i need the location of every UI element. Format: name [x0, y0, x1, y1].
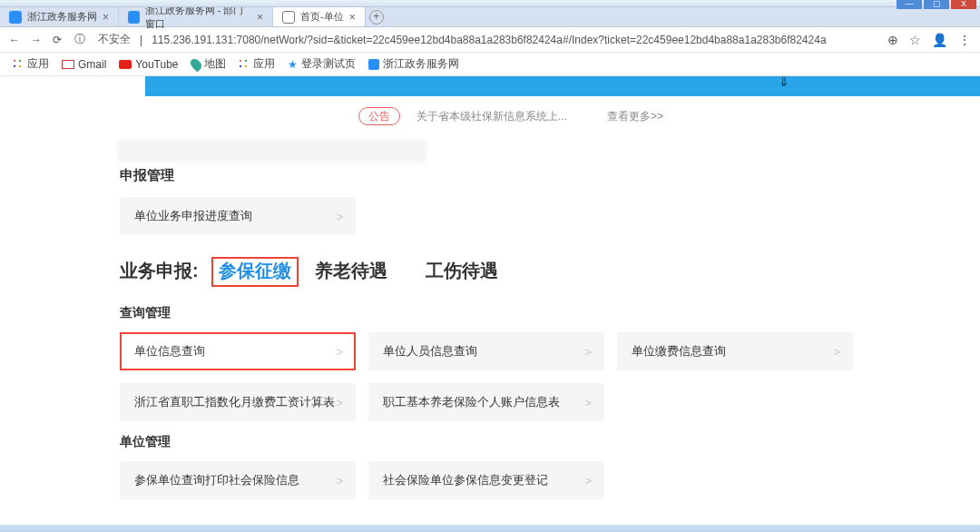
bookmark-label: 登录测试页 [301, 56, 356, 72]
tile-label: 浙江省直职工指数化月缴费工资计算表 [134, 394, 335, 410]
tile-label: 单位信息查询 [134, 343, 205, 360]
browser-tab-2[interactable]: 首页-单位 × [273, 7, 366, 26]
category-tab-injury[interactable]: 工伤待遇 [426, 259, 498, 283]
notice-more-link[interactable]: 查看更多>> [607, 109, 663, 124]
redacted-area [118, 140, 426, 162]
map-pin-icon [188, 56, 203, 72]
tile-label: 职工基本养老保险个人账户信息表 [383, 394, 560, 410]
site-icon [368, 59, 379, 70]
youtube-icon [119, 60, 132, 69]
tile-label: 单位缴费信息查询 [632, 343, 726, 360]
favicon-icon [128, 11, 140, 24]
category-lead: 业务申报: [120, 259, 199, 283]
bookmark-label: 地图 [204, 56, 226, 72]
plus-icon: + [369, 10, 384, 25]
tab-title: 首页-单位 [300, 10, 344, 24]
bookmark-label: Gmail [78, 58, 106, 71]
category-tab-insurance[interactable]: 参保征缴 [211, 257, 299, 287]
notice-bar: 公告 关于省本级社保新信息系统上... 查看更多>> [358, 107, 663, 125]
section-title-query: 查询管理 [120, 305, 862, 321]
bookmark-label: 浙江政务服务网 [383, 56, 459, 72]
bookmark-login-test[interactable]: ★登录测试页 [288, 56, 356, 72]
window-minimize[interactable]: — [897, 0, 922, 9]
tile-report-progress[interactable]: 单位业务申报进度查询 > [120, 197, 356, 235]
bookmark-star-icon[interactable]: ☆ [909, 33, 921, 47]
nav-back-icon[interactable]: ← [9, 34, 22, 46]
bookmark-maps[interactable]: 地图 [191, 56, 226, 72]
banner-arrow-icon: ⇓ [779, 76, 789, 89]
tile-unit-personnel-query[interactable]: 单位人员信息查询 > [368, 332, 604, 370]
address-bar-row: ← → ⟳ ⓘ 不安全 | 115.236.191.131:7080/netWo… [0, 27, 980, 53]
tile-label: 参保单位查询打印社会保险信息 [134, 472, 299, 488]
chevron-right-icon: > [336, 345, 343, 359]
zoom-icon[interactable]: ⊕ [887, 33, 898, 47]
category-tabs: 业务申报: 参保征缴 养老待遇 工伤待遇 [120, 257, 862, 287]
tab-close-icon[interactable]: × [103, 11, 109, 24]
browser-tabstrip: 浙江政务服务网 × 浙江政务服务网 - 部门窗口 × 首页-单位 × + [0, 7, 980, 27]
chevron-right-icon: > [336, 210, 343, 223]
category-tab-pension[interactable]: 养老待遇 [315, 259, 387, 283]
nav-reload-icon[interactable]: ⟳ [53, 34, 65, 46]
window-close[interactable]: X [951, 0, 976, 9]
tile-label: 单位人员信息查询 [383, 343, 477, 360]
tile-unit-info-query[interactable]: 单位信息查询 > [120, 332, 356, 370]
kebab-menu-icon[interactable]: ⋮ [958, 33, 971, 47]
bookmarks-bar: 应用 Gmail YouTube 地图 应用 ★登录测试页 浙江政务服务网 [0, 53, 980, 76]
browser-tab-0[interactable]: 浙江政务服务网 × [0, 7, 119, 26]
section-title-unit-mgmt: 单位管理 [120, 434, 862, 450]
tile-unit-payment-query[interactable]: 单位缴费信息查询 > [617, 332, 853, 370]
tile-pension-account-info[interactable]: 职工基本养老保险个人账户信息表 > [368, 383, 604, 421]
tile-label: 社会保险单位参保信息变更登记 [383, 472, 548, 488]
separator: | [140, 34, 142, 46]
section-title-report: 申报管理 [120, 167, 862, 184]
notice-badge: 公告 [358, 107, 400, 125]
chevron-right-icon: > [336, 396, 343, 409]
tile-wage-index-table[interactable]: 浙江省直职工指数化月缴费工资计算表 > [120, 383, 356, 421]
insecure-icon[interactable]: ⓘ [74, 32, 85, 47]
bookmark-zj-gov[interactable]: 浙江政务服务网 [368, 56, 459, 72]
bookmark-label: 应用 [27, 56, 49, 72]
bookmark-apps[interactable]: 应用 [13, 56, 49, 72]
window-maximize[interactable]: ▢ [924, 0, 949, 9]
tile-insured-unit-print[interactable]: 参保单位查询打印社会保险信息 > [120, 461, 356, 499]
tile-insurance-info-change[interactable]: 社会保险单位参保信息变更登记 > [368, 461, 604, 499]
new-tab-button[interactable]: + [366, 7, 387, 26]
tab-close-icon[interactable]: × [349, 11, 356, 24]
chevron-right-icon: > [584, 345, 592, 359]
notice-text[interactable]: 关于省本级社保新信息系统上... [416, 109, 567, 124]
os-taskbar [0, 525, 980, 532]
tile-label: 单位业务申报进度查询 [134, 208, 252, 224]
browser-tab-1[interactable]: 浙江政务服务网 - 部门窗口 × [119, 7, 273, 26]
chevron-right-icon: > [584, 474, 592, 488]
insecure-label: 不安全 [98, 32, 131, 47]
apps-grid-icon [13, 59, 24, 70]
favicon-icon [282, 11, 295, 24]
gmail-icon [62, 60, 74, 69]
url-field[interactable]: 115.236.191.131:7080/netWork/?sid=&ticke… [152, 34, 878, 46]
tab-close-icon[interactable]: × [257, 11, 263, 24]
apps-grid-icon [239, 59, 250, 70]
chevron-right-icon: > [336, 474, 343, 488]
tab-title: 浙江政务服务网 [27, 10, 97, 24]
bookmark-label: 应用 [253, 56, 275, 72]
bookmark-youtube[interactable]: YouTube [119, 58, 178, 71]
chevron-right-icon: > [833, 345, 840, 359]
tab-title: 浙江政务服务网 - 部门窗口 [145, 4, 251, 31]
nav-forward-icon[interactable]: → [31, 34, 44, 46]
star-icon: ★ [288, 58, 298, 71]
chevron-right-icon: > [584, 396, 592, 409]
page-banner: ⇓ [145, 76, 980, 96]
bookmark-label: YouTube [135, 58, 178, 71]
favicon-icon [9, 11, 22, 24]
profile-avatar-icon[interactable]: 👤 [932, 33, 947, 47]
bookmark-apps-2[interactable]: 应用 [239, 56, 275, 72]
bookmark-gmail[interactable]: Gmail [62, 58, 106, 71]
